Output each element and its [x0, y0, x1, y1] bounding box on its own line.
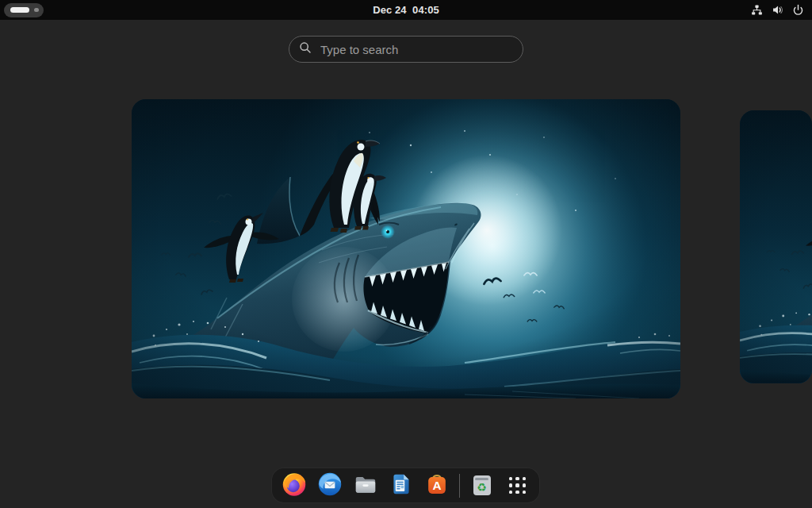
dock-separator — [459, 474, 460, 498]
network-wired-icon — [751, 4, 763, 16]
trash-lid — [475, 478, 488, 481]
dock-item-trash[interactable]: ♻ — [469, 472, 496, 499]
search-icon — [299, 41, 312, 57]
dock-item-thunderbird[interactable] — [316, 472, 343, 499]
thunderbird-icon — [316, 471, 343, 501]
top-bar: Dec 24 04:05 — [0, 0, 812, 20]
workspace-dot-inactive[interactable] — [34, 8, 39, 13]
volume-icon — [772, 4, 783, 16]
search-box[interactable] — [289, 36, 523, 63]
clock[interactable]: Dec 24 04:05 — [373, 0, 439, 20]
svg-text:A: A — [432, 479, 441, 492]
workspace-pill-active[interactable] — [10, 7, 29, 13]
folder-icon — [352, 471, 379, 501]
workspace-preview-next[interactable] — [740, 110, 812, 383]
dock-item-app-center[interactable]: A — [423, 472, 450, 499]
dock-item-firefox[interactable] — [281, 472, 308, 499]
app-center-bag-icon: A — [423, 471, 450, 501]
firefox-icon — [281, 471, 308, 501]
gnome-overview-screen: Dec 24 04:05 — [0, 0, 812, 508]
app-grid-icon — [509, 477, 527, 495]
dock-item-show-apps[interactable] — [504, 472, 531, 499]
writer-document-icon — [388, 471, 415, 501]
dash-dock: A ♻ — [271, 468, 540, 503]
wallpaper-image-next — [740, 110, 812, 383]
workspace-indicator[interactable] — [4, 3, 44, 17]
dock-item-libreoffice-writer[interactable] — [388, 472, 415, 499]
wallpaper-image — [132, 99, 680, 398]
workspace-preview-current[interactable] — [132, 99, 680, 398]
dock-item-files[interactable] — [352, 472, 379, 499]
search-input[interactable] — [319, 42, 513, 57]
trash-icon: ♻ — [473, 475, 491, 495]
recycle-icon: ♻ — [477, 482, 487, 493]
power-icon — [792, 4, 804, 16]
system-status-area[interactable] — [751, 0, 804, 20]
